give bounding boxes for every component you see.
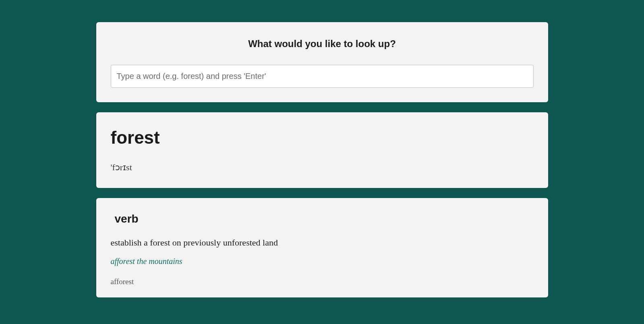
definition-text: establish a forest on previously unfores… <box>111 237 534 248</box>
search-card: What would you like to look up? <box>96 22 548 102</box>
word-card: forest 'fɔrɪst <box>96 112 548 188</box>
definition-card: verb establish a forest on previously un… <box>96 198 548 297</box>
pronunciation: 'fɔrɪst <box>111 162 534 173</box>
example-text: afforest the mountains <box>111 257 534 266</box>
search-title: What would you like to look up? <box>111 38 534 50</box>
search-input[interactable] <box>111 65 534 88</box>
synonym-text: afforest <box>111 277 534 286</box>
part-of-speech: verb <box>115 213 534 225</box>
word-title: forest <box>111 128 534 148</box>
